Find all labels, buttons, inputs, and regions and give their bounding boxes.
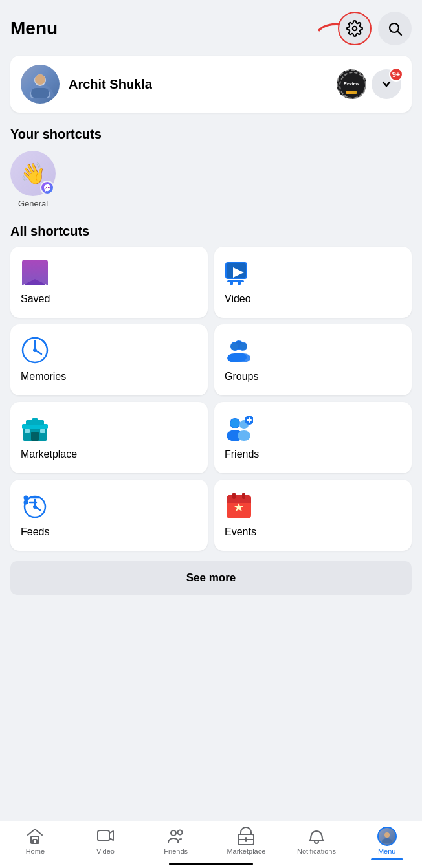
svg-point-7 xyxy=(35,74,45,85)
svg-point-50 xyxy=(24,496,28,500)
review-button[interactable]: Review xyxy=(337,69,366,99)
nav-label-video: Video xyxy=(96,847,115,855)
video-icon xyxy=(225,258,253,287)
tile-memories[interactable]: Memories xyxy=(10,324,208,395)
tile-groups[interactable]: Groups xyxy=(214,324,412,395)
svg-point-29 xyxy=(240,343,247,350)
settings-button[interactable] xyxy=(338,12,372,45)
svg-point-65 xyxy=(177,830,182,835)
shortcut-label-general: General xyxy=(18,199,48,208)
dropdown-button[interactable]: 9+ xyxy=(372,69,401,99)
tile-events[interactable]: Events xyxy=(214,480,412,551)
nav-label-menu: Menu xyxy=(378,847,396,855)
saved-icon xyxy=(21,258,49,287)
svg-rect-37 xyxy=(32,418,38,421)
svg-rect-34 xyxy=(25,429,30,433)
shortcuts-grid: Saved Video Memories xyxy=(0,244,422,557)
tile-feeds[interactable]: Feeds xyxy=(10,480,208,551)
svg-point-52 xyxy=(24,500,28,505)
svg-point-1 xyxy=(353,27,357,31)
svg-rect-14 xyxy=(227,280,244,282)
tile-video[interactable]: Video xyxy=(214,247,412,318)
svg-point-69 xyxy=(384,832,390,838)
nav-menu[interactable]: Menu xyxy=(351,827,422,855)
nav-label-notifications: Notifications xyxy=(297,847,336,855)
nav-video[interactable]: Video xyxy=(71,827,141,855)
nav-notifications-icon xyxy=(307,827,326,846)
tile-label-events: Events xyxy=(225,526,256,538)
all-shortcuts-label: All shortcuts xyxy=(0,215,422,244)
header-actions xyxy=(338,12,412,45)
svg-rect-33 xyxy=(31,432,39,441)
nav-label-marketplace: Marketplace xyxy=(227,847,265,855)
svg-rect-16 xyxy=(238,282,241,285)
svg-point-26 xyxy=(231,353,247,362)
home-indicator xyxy=(169,863,253,865)
search-button[interactable] xyxy=(378,12,412,45)
search-icon xyxy=(387,21,403,36)
marketplace-icon xyxy=(21,414,49,442)
page-title: Menu xyxy=(10,18,58,39)
svg-rect-35 xyxy=(40,429,45,433)
notification-badge: 9+ xyxy=(389,67,403,82)
tile-label-video: Video xyxy=(225,293,251,305)
memories-icon xyxy=(21,336,49,364)
bottom-nav: Home Video Friends xyxy=(0,821,422,868)
see-more-button[interactable]: See more xyxy=(10,561,412,595)
svg-point-39 xyxy=(230,419,239,428)
svg-point-28 xyxy=(231,343,238,350)
svg-rect-8 xyxy=(31,88,49,98)
profile-name: Archit Shukla xyxy=(69,77,328,92)
svg-point-42 xyxy=(238,430,250,441)
your-shortcuts-row: 👋 General xyxy=(0,147,422,215)
events-icon xyxy=(225,491,253,520)
tile-label-memories: Memories xyxy=(21,371,66,383)
active-indicator xyxy=(371,858,403,860)
tile-saved[interactable]: Saved xyxy=(10,247,208,318)
svg-rect-58 xyxy=(242,493,245,499)
svg-line-3 xyxy=(398,32,402,36)
nav-marketplace-icon xyxy=(236,827,256,846)
avatar xyxy=(21,65,60,104)
svg-rect-61 xyxy=(33,840,37,843)
header: Menu xyxy=(0,0,422,50)
shortcut-general[interactable]: 👋 General xyxy=(10,151,56,208)
profile-card[interactable]: Archit Shukla Review 9+ xyxy=(10,56,412,113)
gear-icon xyxy=(346,20,363,37)
tile-friends[interactable]: Friends xyxy=(214,402,412,473)
svg-rect-56 xyxy=(227,499,251,503)
svg-rect-57 xyxy=(232,493,236,499)
profile-actions: Review 9+ xyxy=(337,69,401,99)
feeds-icon xyxy=(21,491,49,520)
friends-icon xyxy=(225,414,253,442)
nav-friends[interactable]: Friends xyxy=(140,827,211,855)
nav-notifications[interactable]: Notifications xyxy=(282,827,352,855)
svg-rect-62 xyxy=(98,830,109,841)
tile-label-friends: Friends xyxy=(225,449,259,460)
home-icon xyxy=(25,827,45,846)
svg-marker-63 xyxy=(109,831,113,840)
svg-point-9 xyxy=(340,72,366,98)
messenger-badge xyxy=(40,181,54,195)
nav-friends-icon xyxy=(166,827,186,846)
tile-label-marketplace: Marketplace xyxy=(21,449,77,460)
nav-label-home: Home xyxy=(26,847,45,855)
chevron-down-icon xyxy=(381,78,392,90)
tile-label-groups: Groups xyxy=(225,371,258,383)
shortcut-icon-general: 👋 xyxy=(10,151,56,196)
tile-marketplace[interactable]: Marketplace xyxy=(10,402,208,473)
svg-point-70 xyxy=(382,838,392,843)
nav-marketplace[interactable]: Marketplace xyxy=(211,827,282,855)
nav-label-friends: Friends xyxy=(164,847,188,855)
svg-rect-15 xyxy=(230,282,233,285)
your-shortcuts-label: Your shortcuts xyxy=(0,118,422,147)
tile-label-saved: Saved xyxy=(21,293,50,305)
groups-icon xyxy=(225,336,253,364)
nav-menu-icon xyxy=(377,827,397,846)
tile-label-feeds: Feeds xyxy=(21,526,49,538)
svg-line-20 xyxy=(35,350,41,354)
nav-video-icon xyxy=(96,827,115,846)
nav-avatar xyxy=(377,827,397,846)
nav-home[interactable]: Home xyxy=(0,827,71,855)
svg-point-64 xyxy=(171,830,176,836)
